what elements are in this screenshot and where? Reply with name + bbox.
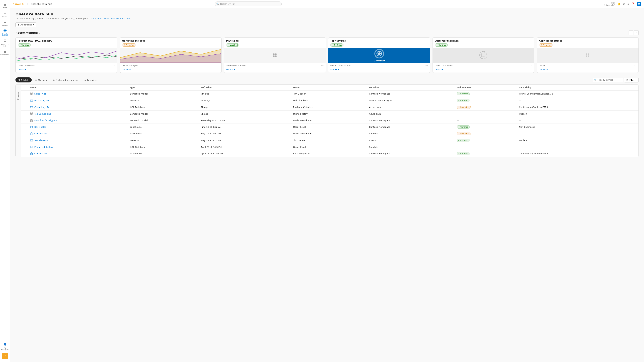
- card-details-link[interactable]: Details ▾: [224, 68, 326, 72]
- download-icon[interactable]: ⬇: [627, 2, 629, 5]
- svg-rect-1: [4, 22, 6, 22]
- prev-button[interactable]: ‹: [628, 30, 633, 35]
- tab-endorsed[interactable]: ◎ Endorsed in your org: [50, 77, 81, 82]
- col-header-name[interactable]: Name ↓: [28, 85, 128, 90]
- card-more-button[interactable]: ⋯: [634, 64, 636, 67]
- svg-rect-34: [30, 127, 32, 128]
- card-4[interactable]: Top features ✓ Certified: [328, 37, 430, 73]
- card-owner: Owner: Gus Lyons: [122, 64, 138, 67]
- page-subtitle: Discover, manage, and use data from acro…: [16, 17, 639, 20]
- col-header-location[interactable]: Location: [367, 85, 454, 90]
- card-1[interactable]: Product MAU, DAU, and NPS ✓ Certified Ow…: [16, 37, 118, 73]
- col-header-sensitivity[interactable]: Sensitivity: [517, 85, 638, 90]
- sensitivity-info-icon[interactable]: ℹ: [552, 93, 553, 95]
- tab-all-data[interactable]: ⊞ All data: [16, 77, 32, 82]
- sidebar-item-label: My workspace: [1, 347, 9, 351]
- sensitivity-info: Non-Business ℹ: [519, 126, 636, 128]
- settings-icon[interactable]: ⚙: [622, 2, 625, 5]
- item-name-link[interactable]: Contoso DB: [34, 152, 47, 155]
- avatar[interactable]: U: [636, 2, 641, 6]
- sensitivity-info-icon[interactable]: ℹ: [526, 139, 527, 142]
- card-more-button[interactable]: ⋯: [321, 64, 324, 67]
- next-button[interactable]: ›: [634, 30, 639, 35]
- item-name-link[interactable]: Daily Sales: [34, 126, 46, 128]
- notifications-icon[interactable]: 🔔: [617, 2, 620, 5]
- no-sensitivity: —: [519, 132, 521, 135]
- explorer-label[interactable]: Explorer: [16, 91, 20, 101]
- domains-button[interactable]: ⊞ All domains ▾: [16, 22, 36, 27]
- card-more-button[interactable]: ⋯: [530, 64, 532, 67]
- card-owner: Owner: Cedric Carlson: [330, 64, 351, 67]
- svg-point-4: [4, 30, 6, 31]
- row-owner-cell: Oscar Krogh: [291, 144, 367, 150]
- card-2[interactable]: Marketing insights ⬆ Promoted Owne: [120, 37, 222, 73]
- sensitivity-info-icon[interactable]: ℹ: [534, 126, 535, 128]
- card-5[interactable]: Customer feedback ✓ Certified Owne: [432, 37, 534, 73]
- grid-icon: [272, 52, 278, 58]
- row-checkbox-cell: [21, 104, 28, 111]
- card-thumbnail: [537, 48, 638, 63]
- item-name-link[interactable]: Sales FY21: [34, 92, 46, 95]
- grid-icon: [585, 52, 590, 58]
- help-icon[interactable]: ❓: [631, 2, 634, 5]
- domains-icon: ⊞: [18, 23, 20, 26]
- table-row: Top Campaigns Semantic model 7h ago Mikh…: [21, 111, 638, 117]
- home-icon: ⌂: [4, 3, 6, 6]
- card-details-link[interactable]: Details ▾: [16, 68, 117, 72]
- card-footer: Owner: Noelle Bowers ⋯: [224, 63, 326, 68]
- table-with-explorer: › Explorer Name ↓ Type Refreshed: [16, 85, 638, 157]
- filter-keyword-input[interactable]: [593, 78, 623, 82]
- card-more-button[interactable]: ⋯: [112, 64, 115, 67]
- row-refreshed-cell: April 11 at 11:56 AM: [198, 150, 291, 157]
- item-name-link[interactable]: Top Campaigns: [34, 113, 51, 115]
- card-details-link[interactable]: Details ▾: [433, 68, 534, 72]
- col-header-owner[interactable]: Owner: [291, 85, 367, 90]
- sensitivity-info-icon[interactable]: ℹ: [526, 113, 527, 115]
- tab-favorites[interactable]: ★ Favorites: [82, 77, 100, 82]
- page-title: OneLake data hub: [16, 12, 639, 16]
- card-more-button[interactable]: ⋯: [217, 64, 219, 67]
- card-details-link[interactable]: Details ▾: [120, 68, 222, 72]
- card-details-link[interactable]: Details ▾: [537, 68, 638, 72]
- item-name-link[interactable]: Test datamart: [34, 139, 50, 142]
- filter-button[interactable]: ▤ Filter ▾: [624, 78, 639, 82]
- sensitivity-info-icon[interactable]: ℹ: [547, 152, 548, 155]
- learn-more-link[interactable]: Learn more about OneLake data hub: [90, 17, 130, 20]
- promoted-badge: ⬆ Promoted: [539, 43, 553, 46]
- svg-rect-41: [30, 153, 32, 155]
- item-name-link[interactable]: Marketing DB: [34, 99, 49, 102]
- svg-rect-37: [30, 140, 33, 141]
- card-thumbnail: [433, 48, 534, 63]
- card-details-link[interactable]: Details ▾: [328, 68, 430, 72]
- sidebar-item-label: Create: [2, 16, 8, 17]
- col-header-refreshed[interactable]: Refreshed: [198, 85, 291, 90]
- sensitivity-info: Public ℹ: [519, 139, 636, 142]
- expand-icon[interactable]: ›: [16, 85, 20, 91]
- col-header-endorsement[interactable]: Endorsement: [454, 85, 517, 90]
- certified-badge: ✓ Certified: [435, 43, 448, 46]
- sidebar-item-onelake[interactable]: OneLake data hub: [0, 27, 10, 38]
- sidebar-item-workspaces[interactable]: Workspaces: [0, 48, 10, 57]
- item-name-link[interactable]: Dataflow for triggers: [34, 119, 57, 122]
- item-name-link[interactable]: Contoso DB: [34, 132, 47, 135]
- sidebar-item-monitoring[interactable]: Monitoring hub: [0, 38, 10, 49]
- svg-rect-6: [4, 50, 5, 51]
- card-more-button[interactable]: ⋯: [425, 64, 428, 67]
- tab-all-icon: ⊞: [18, 79, 20, 81]
- row-sensitivity-cell: —: [517, 144, 638, 150]
- row-location-cell: Events: [367, 137, 454, 144]
- sidebar-item-browse[interactable]: Browse: [0, 19, 10, 28]
- sidebar-item-home[interactable]: ⌂ Home: [0, 1, 10, 10]
- tab-my-data[interactable]: ☰ My data: [32, 77, 49, 82]
- search-input[interactable]: [215, 1, 282, 6]
- row-refreshed-cell: 7h ago: [198, 111, 291, 117]
- card-3[interactable]: Marketing ✓ Certified Owner: Noell: [224, 37, 326, 73]
- col-header-type[interactable]: Type: [128, 85, 198, 90]
- sidebar-item-create[interactable]: ＋ Create: [0, 10, 10, 19]
- item-name-link[interactable]: Client Logs Db: [34, 106, 50, 108]
- sidebar-item-my-workspace[interactable]: 👤 My workspace: [0, 342, 10, 352]
- certified-icon: ✓: [19, 44, 21, 46]
- card-6[interactable]: AppAccessSettings ⬆ Promoted Owner: [537, 37, 639, 73]
- sensitivity-info-icon[interactable]: ℹ: [547, 106, 548, 108]
- item-name-link[interactable]: Primary dataflow: [34, 146, 53, 148]
